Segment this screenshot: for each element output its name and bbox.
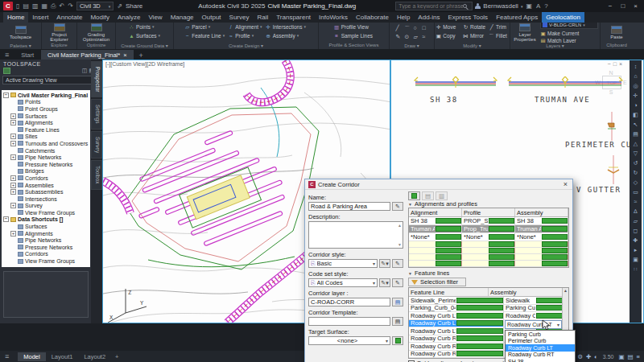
delete-baseline-button[interactable]: ▥	[436, 191, 448, 200]
tree-item[interactable]: + Alignments	[3, 230, 90, 237]
tree-item[interactable]: + Survey	[3, 203, 90, 210]
tree-item[interactable]: + Surfaces	[3, 113, 90, 120]
draw-tool-icon[interactable]: ✎	[396, 34, 402, 40]
layout-tab[interactable]: Model	[18, 352, 45, 361]
draw-tool-icon[interactable]: ≈	[423, 34, 428, 40]
layer-picker-button[interactable]: ▤	[392, 298, 403, 306]
tree-expander-icon[interactable]	[10, 106, 16, 112]
ribbon-tab[interactable]: Collaborate	[352, 12, 393, 23]
scroll-up-icon[interactable]: ▲	[564, 288, 568, 293]
column-header[interactable]: Alignment	[409, 208, 462, 216]
tree-expander-icon[interactable]	[10, 99, 16, 105]
tree-item[interactable]: − Data Shortcuts []	[3, 216, 90, 224]
search-input[interactable]	[398, 3, 463, 9]
tree-item[interactable]: + Turnouts and Crossovers	[3, 140, 90, 147]
ribbon-button[interactable]: ╱ Trim	[489, 23, 509, 31]
alignment-row[interactable]	[409, 241, 568, 248]
tree-item[interactable]: View Frame Groups	[3, 209, 90, 216]
nav-tool-icon[interactable]: ↻	[634, 168, 638, 177]
nav-tool-icon[interactable]: ✛	[634, 91, 638, 100]
draw-tool-icon[interactable]: □	[423, 25, 428, 33]
edit-code-set-button[interactable]: ✎▾	[379, 278, 390, 287]
ribbon-button[interactable]: ▥ Profile View	[334, 23, 374, 31]
ribbon-tab[interactable]: Add-ins	[414, 12, 444, 23]
alignment-row[interactable]	[409, 254, 568, 261]
search-icon[interactable]	[463, 4, 467, 8]
pick-icon[interactable]	[542, 241, 568, 247]
tree-expander-icon[interactable]: +	[10, 113, 16, 119]
qat-icon[interactable]: ▥	[31, 2, 39, 10]
ribbon-tab[interactable]: InfoWorks	[315, 12, 352, 23]
layer-properties-button[interactable]: Layer Properties	[512, 23, 538, 43]
pick-icon[interactable]	[456, 328, 503, 334]
ribbon-tab[interactable]: Output	[198, 12, 225, 23]
edit-baseline-button[interactable]: ▤	[422, 191, 434, 200]
tree-item[interactable]: − Civil Master Parking_Final	[3, 92, 90, 99]
tree-expander-icon[interactable]	[10, 210, 16, 216]
autodesk-access-icon[interactable]: A	[535, 2, 541, 10]
tree-item[interactable]: Point Groups	[3, 105, 90, 113]
pick-icon[interactable]	[542, 226, 568, 232]
tree-item[interactable]: + Sites	[3, 134, 90, 141]
ribbon-button[interactable]: ⌒ Fillet	[489, 32, 509, 39]
nav-tool-icon[interactable]: ≈	[634, 197, 638, 206]
open-drawing-icon[interactable]	[3, 68, 10, 74]
hamburger-menu-icon[interactable]: ≡	[3, 51, 14, 60]
tree-expander-icon[interactable]: −	[3, 216, 9, 222]
corridor-template-input[interactable]	[308, 317, 390, 326]
pick-icon[interactable]	[489, 226, 514, 232]
tree-expander-icon[interactable]: +	[10, 120, 16, 125]
selection-filter-button[interactable]: Selection filter	[408, 278, 466, 286]
chevron-down-icon[interactable]: ▾	[521, 4, 523, 9]
pick-icon[interactable]	[436, 218, 461, 224]
pick-icon[interactable]	[456, 320, 503, 326]
tree-item[interactable]: + Alignments	[3, 119, 90, 126]
dropdown-option[interactable]: Perimeter Curb	[506, 338, 575, 345]
ribbon-tab[interactable]: Rail	[253, 12, 272, 23]
ribbon-tab[interactable]: Annotate	[52, 12, 86, 23]
qat-icon[interactable]: ⎙	[50, 2, 56, 10]
ribbon-tab[interactable]: Express Tools	[444, 12, 492, 23]
status-tool-icon[interactable]: ✚	[585, 353, 592, 360]
toolspace-tab[interactable]: Survey	[91, 131, 102, 158]
scroll-down-icon[interactable]: ▼	[398, 242, 402, 247]
column-header[interactable]: Feature Line	[409, 288, 489, 296]
dropdown-option[interactable]: Roadway Curb RT	[506, 352, 575, 359]
ribbon-tab[interactable]: Modify	[86, 12, 114, 23]
tree-expander-icon[interactable]: −	[3, 93, 9, 98]
ribbon-button[interactable]: ▣ Make Current	[540, 30, 598, 37]
corridor-name-input[interactable]	[308, 202, 390, 211]
paste-button[interactable]: Paste	[602, 26, 631, 40]
tree-expander-icon[interactable]: +	[10, 183, 16, 188]
alignment-row[interactable]	[409, 248, 568, 254]
feature-line-row[interactable]: Sidewalk_Perimeter_01 Sidewalk	[409, 297, 568, 305]
toolspace-tab[interactable]: Toolbox	[91, 160, 102, 189]
nav-tool-icon[interactable]: ↺	[634, 158, 638, 167]
nav-tool-icon[interactable]: ▤	[633, 130, 638, 138]
ribbon-tab[interactable]: Analyze	[114, 12, 144, 23]
dropdown-option[interactable]: SH 38	[506, 358, 575, 362]
pick-icon[interactable]	[436, 241, 461, 247]
ribbon-button[interactable]: ▲ Surfaces▾	[129, 32, 160, 39]
feature-lines-section-header[interactable]: ▼ Feature lines	[408, 269, 569, 277]
tree-expander-icon[interactable]	[10, 162, 16, 167]
share-icon[interactable]: ⇗	[116, 2, 123, 10]
tree-item[interactable]: Pressure Networks	[3, 161, 90, 168]
ribbon-button[interactable]: ≈ Profile▾	[228, 32, 262, 39]
pick-icon[interactable]	[436, 248, 461, 253]
tree-item[interactable]: Intersections	[3, 195, 90, 203]
ribbon-tab[interactable]: Insert	[28, 12, 52, 23]
dropdown-option[interactable]: Parking Curb	[506, 331, 575, 338]
tree-expander-icon[interactable]	[10, 148, 16, 154]
tree-expander-icon[interactable]: +	[10, 134, 16, 139]
project-explorer-button[interactable]: Project Explorer	[43, 23, 75, 43]
pick-icon[interactable]	[436, 254, 461, 260]
pick-icon[interactable]	[489, 248, 514, 253]
pick-icon[interactable]	[436, 234, 461, 240]
viewport-window-controls[interactable]: −□×	[608, 61, 625, 67]
nav-tool-icon[interactable]: ▭	[633, 187, 638, 196]
nav-tool-icon[interactable]: ↕	[634, 62, 638, 71]
ribbon-button[interactable]: ≡ Sample Lines	[334, 32, 374, 39]
add-layout-button[interactable]: +	[115, 353, 118, 360]
description-input[interactable]: ▲ ▼	[308, 221, 403, 249]
